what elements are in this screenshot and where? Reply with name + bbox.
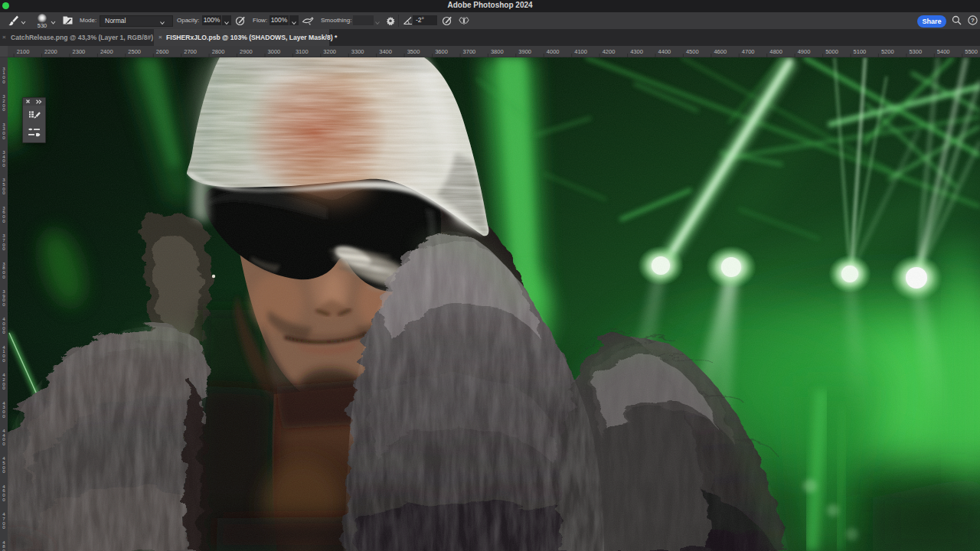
svg-text:0: 0 [2,274,5,279]
svg-text:5100: 5100 [854,48,867,55]
svg-text:2600: 2600 [156,48,169,55]
svg-text:0: 0 [2,441,5,446]
svg-text:0: 0 [2,329,5,334]
svg-text:0: 0 [2,190,5,195]
svg-text:0: 0 [2,302,5,307]
svg-text:5300: 5300 [909,48,922,55]
svg-text:2400: 2400 [100,48,113,55]
svg-text:0: 0 [2,106,5,112]
svg-text:3000: 3000 [268,48,281,55]
svg-text:5000: 5000 [825,48,838,55]
svg-text:3400: 3400 [379,48,392,55]
svg-text:3900: 3900 [518,48,531,55]
svg-text:0: 0 [2,357,5,363]
svg-text:4500: 4500 [686,48,699,55]
svg-text:4200: 4200 [603,48,616,55]
svg-text:4100: 4100 [574,48,587,55]
svg-text:0: 0 [2,79,5,84]
svg-text:?: ? [971,17,975,24]
svg-text:4300: 4300 [630,48,643,55]
svg-text:2500: 2500 [128,48,141,55]
svg-text:3700: 3700 [463,48,476,55]
svg-text:0: 0 [2,246,5,251]
svg-text:2200: 2200 [44,48,57,55]
svg-text:4900: 4900 [798,48,811,55]
svg-text:0: 0 [2,548,5,551]
svg-text:4800: 4800 [769,48,782,55]
svg-text:3300: 3300 [351,48,364,55]
svg-text:2800: 2800 [212,48,225,55]
svg-text:0: 0 [2,135,5,140]
svg-text:3500: 3500 [407,48,420,55]
svg-text:2100: 2100 [17,48,30,55]
svg-text:0: 0 [2,162,5,168]
svg-text:4700: 4700 [742,48,755,55]
svg-text:0: 0 [2,413,5,419]
svg-text:4400: 4400 [658,48,671,55]
svg-text:0: 0 [2,468,5,474]
svg-text:0: 0 [2,524,5,530]
svg-text:5400: 5400 [937,48,950,55]
svg-text:0: 0 [2,385,5,390]
svg-text:5200: 5200 [881,48,894,55]
svg-text:0: 0 [2,218,5,223]
svg-text:4000: 4000 [547,48,560,55]
svg-text:2900: 2900 [240,48,253,55]
svg-text:5500: 5500 [965,48,978,55]
svg-text:4600: 4600 [714,48,727,55]
svg-text:3100: 3100 [296,48,309,55]
svg-text:3800: 3800 [491,48,504,55]
svg-text:3600: 3600 [435,48,448,55]
svg-text:2700: 2700 [184,48,197,55]
svg-text:2300: 2300 [73,48,86,55]
svg-text:0: 0 [2,497,5,502]
svg-text:3200: 3200 [323,48,336,55]
